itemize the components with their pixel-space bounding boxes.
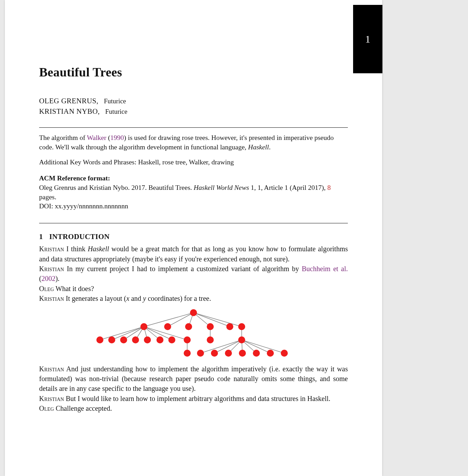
body-text: Kristian But I would like to learn how t… bbox=[39, 394, 348, 403]
svg-line-23 bbox=[242, 340, 284, 353]
svg-point-33 bbox=[120, 336, 127, 343]
citation-year-link[interactable]: 1990 bbox=[110, 134, 124, 141]
svg-point-35 bbox=[144, 336, 151, 343]
dialogue-text: ( bbox=[39, 275, 42, 282]
svg-point-36 bbox=[156, 336, 163, 343]
rule bbox=[39, 127, 348, 128]
author-name: OLEG GRENRUS, bbox=[39, 97, 98, 105]
speaker-name: Kristian bbox=[39, 365, 64, 373]
svg-line-5 bbox=[193, 313, 242, 327]
svg-point-43 bbox=[211, 350, 218, 357]
rule bbox=[39, 223, 348, 223]
dialogue-text: But I would like to learn how to impleme… bbox=[64, 395, 330, 402]
dialogue-text: ). bbox=[56, 275, 60, 282]
speaker-name: Kristian bbox=[39, 265, 64, 273]
svg-point-46 bbox=[253, 350, 260, 357]
abstract-text: ( bbox=[106, 134, 110, 141]
tree-figure bbox=[92, 306, 295, 360]
ref-format-body: Oleg Grenrus and Kristian Nybo. 2017. Be… bbox=[39, 183, 348, 202]
speaker-name: Kristian bbox=[39, 245, 64, 253]
dialogue-text: coordinates) for a tree. bbox=[146, 295, 211, 302]
svg-point-34 bbox=[132, 336, 139, 343]
svg-point-48 bbox=[281, 350, 288, 357]
dialogue-text: And just understanding how to implement … bbox=[39, 365, 348, 393]
section-title: INTRODUCTION bbox=[49, 232, 110, 241]
paper-content: Beautiful Trees OLEG GRENRUS, Futurice K… bbox=[5, 0, 382, 414]
abstract-text: The algorithm of bbox=[39, 134, 87, 141]
svg-point-31 bbox=[96, 336, 103, 343]
dialogue-text: I think bbox=[64, 245, 88, 253]
svg-point-37 bbox=[168, 336, 175, 343]
author-line: OLEG GRENRUS, Futurice bbox=[39, 96, 348, 106]
svg-point-28 bbox=[207, 323, 214, 330]
author-affiliation: Futurice bbox=[105, 108, 127, 115]
math-var: y bbox=[143, 295, 146, 302]
svg-point-38 bbox=[184, 336, 191, 343]
keywords-line: Additional Key Words and Phrases: Haskel… bbox=[39, 158, 348, 166]
svg-point-29 bbox=[226, 323, 233, 330]
dialogue-emph: Haskell bbox=[88, 245, 109, 253]
svg-point-25 bbox=[140, 323, 147, 330]
page-number: 1 bbox=[365, 33, 371, 45]
body-text: Kristian In my current project I had to … bbox=[39, 264, 348, 284]
dialogue-text: and bbox=[129, 295, 143, 302]
svg-point-44 bbox=[225, 350, 232, 357]
svg-point-27 bbox=[185, 323, 192, 330]
citation-author-link[interactable]: Walker bbox=[87, 134, 107, 141]
body-text: Kristian And just understanding how to i… bbox=[39, 364, 348, 394]
page-number-badge: 1 bbox=[353, 5, 382, 73]
ref-text: 1, 1, Article 1 (April 2017), bbox=[249, 184, 327, 191]
ref-text: pages. bbox=[39, 193, 56, 201]
svg-point-26 bbox=[164, 323, 171, 330]
speaker-name: Oleg bbox=[39, 404, 54, 412]
svg-point-30 bbox=[238, 323, 245, 330]
svg-point-39 bbox=[207, 336, 214, 343]
svg-point-40 bbox=[238, 336, 245, 343]
speaker-name: Kristian bbox=[39, 295, 64, 302]
svg-point-24 bbox=[190, 309, 197, 316]
author-name: KRISTIAN NYBO, bbox=[39, 107, 100, 116]
speaker-name: Kristian bbox=[39, 395, 64, 402]
citation-author-link[interactable]: Buchheim et al. bbox=[302, 265, 348, 273]
acm-reference-format: ACM Reference format: Oleg Grenrus and K… bbox=[39, 174, 348, 211]
ref-doi: DOI: xx.yyyy/nnnnnnn.nnnnnnn bbox=[39, 202, 348, 211]
body-text: Kristian I think Haskell would be a grea… bbox=[39, 244, 348, 264]
svg-point-32 bbox=[108, 336, 115, 343]
dialogue-text: In my current project I had to implement… bbox=[64, 265, 302, 273]
svg-point-41 bbox=[184, 350, 191, 357]
speaker-name: Oleg bbox=[39, 285, 54, 292]
body-text: Oleg Challenge accepted. bbox=[39, 403, 348, 413]
keywords-value: Haskell, rose tree, Walker, drawing bbox=[138, 158, 234, 166]
abstract-emph: Haskell bbox=[248, 143, 269, 151]
ref-text: Oleg Grenrus and Kristian Nybo. 2017. Be… bbox=[39, 184, 193, 191]
svg-point-45 bbox=[239, 350, 246, 357]
svg-point-42 bbox=[197, 350, 204, 357]
dialogue-text: It generates a layout ( bbox=[64, 295, 126, 302]
authors-block: OLEG GRENRUS, Futurice KRISTIAN NYBO, Fu… bbox=[39, 96, 348, 117]
ref-journal: Haskell World News bbox=[193, 184, 249, 191]
keywords-label: Additional Key Words and Phrases: bbox=[39, 158, 138, 166]
ref-pages-link[interactable]: 8 bbox=[327, 184, 331, 191]
svg-line-17 bbox=[200, 340, 242, 353]
section-heading: 1INTRODUCTION bbox=[39, 232, 348, 241]
author-affiliation: Futurice bbox=[104, 97, 126, 105]
svg-line-7 bbox=[112, 327, 144, 340]
paper-title: Beautiful Trees bbox=[39, 65, 348, 80]
ref-format-label: ACM Reference format: bbox=[39, 174, 348, 183]
dialogue-text: What it does? bbox=[54, 285, 94, 292]
abstract-text: . bbox=[269, 143, 271, 151]
citation-year-link[interactable]: 2002 bbox=[42, 275, 56, 282]
svg-point-47 bbox=[267, 350, 274, 357]
abstract: The algorithm of Walker (1990) is used f… bbox=[39, 133, 348, 152]
dialogue-text: Challenge accepted. bbox=[54, 404, 112, 412]
body-text: Kristian It generates a layout (x and y … bbox=[39, 293, 348, 303]
body-text: Oleg What it does? bbox=[39, 284, 348, 293]
section-number: 1 bbox=[39, 232, 43, 241]
author-line: KRISTIAN NYBO, Futurice bbox=[39, 106, 348, 117]
paper-page: 1 Beautiful Trees OLEG GRENRUS, Futurice… bbox=[5, 0, 382, 476]
